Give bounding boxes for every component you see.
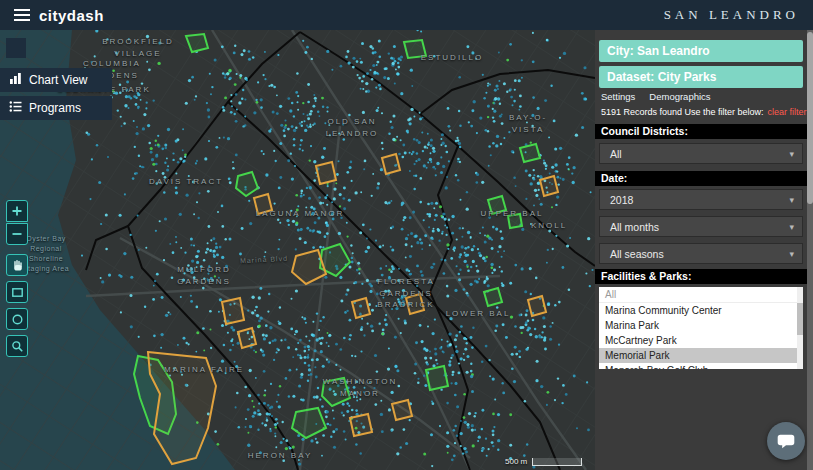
minus-icon [10,227,24,241]
records-summary: 5191 Records found Use the filter below:… [601,107,811,117]
rectangle-icon [10,285,25,300]
facilities-list-item[interactable]: Marina Community Center [599,303,803,318]
scale-bar [532,458,582,466]
zoom-in-button[interactable] [6,200,28,222]
map-controls [6,200,28,362]
facilities-list-item[interactable]: Memorial Park [599,348,803,363]
list-icon [9,100,22,116]
facilities-list-item[interactable]: Monarch Bay Golf Club [599,363,803,369]
year-select[interactable]: 2018 [599,189,803,210]
city-wordmark: SAN LEANDRO [664,7,799,23]
settings-link[interactable]: Settings [601,91,635,102]
city-banner: City: San Leandro [599,40,803,62]
scale-label: 500 m [505,457,527,466]
plus-icon [10,204,24,218]
chart-view-label: Chart View [29,73,87,87]
programs-button[interactable]: Programs [0,96,112,120]
sidebar-scrollbar[interactable] [807,30,813,470]
sidebar-scrollbar-thumb[interactable] [807,32,813,204]
chat-bubble-icon [776,432,796,450]
facilities-list: All Marina Community CenterMarina ParkMc… [599,287,803,369]
date-label: Date: [595,171,807,186]
circle-icon [10,312,25,327]
council-districts-label: Council Districts: [595,124,807,139]
app-brand: citydash [14,7,104,24]
hamburger-menu-icon[interactable] [14,9,30,21]
map-scale-control: 500 m [505,457,582,466]
top-bar: citydash SAN LEANDRO [0,0,813,30]
zoom-out-button[interactable] [6,223,28,245]
box-zoom-button[interactable] [6,335,28,357]
rectangle-select-button[interactable] [6,281,28,303]
facilities-list-item[interactable]: McCartney Park [599,333,803,348]
dataset-banner: Dataset: City Parks [599,66,803,88]
facilities-list-item[interactable]: Marina Park [599,318,803,333]
chart-view-button[interactable]: Chart View [0,68,112,92]
seasons-select[interactable]: All seasons [599,243,803,264]
sidebar-links: Settings Demographics [601,91,711,102]
facilities-list-scrollbar-thumb[interactable] [797,303,803,335]
programs-label: Programs [29,101,81,115]
council-district-select[interactable]: All [599,143,803,164]
map-corner-button[interactable] [6,38,26,58]
records-count-text: 5191 Records found Use the filter below: [601,107,764,117]
filter-sidebar: City: San Leandro Dataset: City Parks Se… [595,30,813,470]
demographics-link[interactable]: Demographics [649,91,710,102]
clear-filters-link[interactable]: clear filters [768,107,812,117]
facilities-parks-label: Facilities & Parks: [595,269,807,284]
magnifier-icon [10,339,25,354]
months-select[interactable]: All months [599,216,803,237]
map[interactable]: BROOKFIELD VILLAGECOLUMBIA GARDENSSOBRAN… [0,30,595,470]
hand-icon [10,258,25,273]
pan-tool-button[interactable] [6,254,28,276]
facilities-list-scrollbar[interactable] [797,287,803,369]
bar-chart-icon [9,72,22,88]
app-title: citydash [39,7,104,24]
circle-select-button[interactable] [6,308,28,330]
chat-widget-button[interactable] [767,422,805,460]
facilities-filter-input[interactable]: All [599,287,803,303]
